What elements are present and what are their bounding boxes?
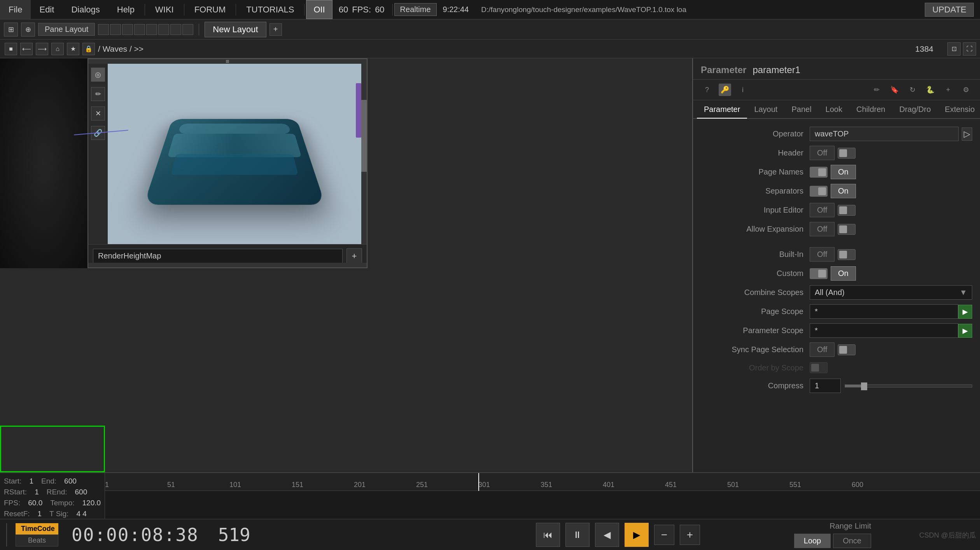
add-layout-button[interactable]: + bbox=[270, 23, 282, 36]
layout-3[interactable] bbox=[122, 24, 133, 35]
ruler-mark-451: 451 bbox=[665, 481, 677, 489]
lock-button[interactable]: 🔒 bbox=[82, 43, 95, 55]
compress-thumb[interactable] bbox=[861, 382, 867, 390]
input-editor-toggle[interactable] bbox=[838, 205, 856, 216]
param-help-icon[interactable]: ? bbox=[701, 84, 713, 96]
page-names-label: Page Names bbox=[701, 168, 810, 176]
viewer-vscroll[interactable] bbox=[361, 64, 367, 244]
operator-input[interactable] bbox=[810, 127, 959, 141]
viewer-tools: ◎ ✏ ✕ 🔗 bbox=[88, 64, 108, 244]
skip-back-button[interactable]: ⏮ bbox=[536, 523, 560, 547]
param-info-icon[interactable]: i bbox=[737, 84, 749, 96]
parameter-scope-arrow[interactable]: ▶ bbox=[958, 324, 972, 338]
viewer-scrollbar-v[interactable] bbox=[356, 83, 361, 138]
compress-track[interactable] bbox=[845, 384, 972, 388]
node-viewer: ◎ ✏ ✕ 🔗 + bbox=[88, 58, 368, 268]
menu-edit[interactable]: Edit bbox=[31, 0, 63, 19]
parameter-scope-input[interactable] bbox=[810, 323, 958, 338]
param-rotate-icon[interactable]: ↻ bbox=[906, 84, 919, 96]
header-toggle[interactable] bbox=[838, 148, 856, 159]
play-button[interactable]: ▶ bbox=[625, 523, 649, 547]
param-settings-icon[interactable]: ⚙ bbox=[960, 84, 972, 96]
layout-6[interactable] bbox=[158, 24, 169, 35]
pause-button[interactable]: ⏸ bbox=[565, 523, 590, 547]
tab-extensions[interactable]: Extensio bbox=[938, 101, 980, 119]
tab-look[interactable]: Look bbox=[819, 101, 849, 119]
back-button[interactable]: ⊕ bbox=[21, 23, 35, 37]
home-nav-button[interactable]: ⌂ bbox=[51, 43, 64, 55]
tab-panel[interactable]: Panel bbox=[784, 101, 818, 119]
tab-children[interactable]: Children bbox=[849, 101, 892, 119]
viewer-tool-close[interactable]: ✕ bbox=[91, 107, 105, 120]
built-in-toggle[interactable] bbox=[838, 249, 856, 260]
viewer-tool-target[interactable]: ◎ bbox=[91, 68, 105, 82]
param-bookmark-icon[interactable]: 🔖 bbox=[888, 84, 901, 96]
forward-button[interactable]: ⟶ bbox=[36, 43, 48, 55]
menu-tutorials[interactable]: TUTORIALS bbox=[238, 0, 303, 19]
separators-row: Separators On bbox=[693, 182, 980, 201]
page-names-on-btn[interactable]: On bbox=[831, 165, 856, 179]
page-scope-input[interactable] bbox=[810, 304, 958, 319]
tab-layout[interactable]: Layout bbox=[747, 101, 784, 119]
new-layout-button[interactable]: New Layout bbox=[205, 22, 266, 37]
layout-2[interactable] bbox=[110, 24, 121, 35]
timecode-value[interactable]: 00:00:08:38 bbox=[64, 524, 206, 545]
stop-button[interactable]: ■ bbox=[5, 43, 17, 55]
allow-expansion-toggle[interactable] bbox=[838, 224, 856, 235]
param-key-icon[interactable]: 🔑 bbox=[719, 84, 731, 96]
param-pencil-icon[interactable]: ✏ bbox=[870, 84, 883, 96]
transport-sep1 bbox=[6, 523, 7, 547]
layout-4[interactable] bbox=[134, 24, 145, 35]
page-names-toggle[interactable] bbox=[810, 167, 828, 178]
custom-toggle[interactable] bbox=[810, 268, 828, 279]
star-button[interactable]: ★ bbox=[67, 43, 79, 55]
home-button[interactable]: ⊞ bbox=[4, 23, 18, 37]
backward-button[interactable]: ⟵ bbox=[20, 43, 33, 55]
frame-value[interactable]: 519 bbox=[212, 524, 257, 545]
separators-on-btn[interactable]: On bbox=[831, 184, 856, 198]
tab-drag-drop[interactable]: Drag/Dro bbox=[892, 101, 938, 119]
header-off-btn[interactable]: Off bbox=[810, 146, 835, 160]
beats-badge[interactable]: Beats bbox=[16, 534, 58, 547]
custom-on-btn[interactable]: On bbox=[831, 266, 856, 281]
order-by-scope-toggle[interactable] bbox=[810, 362, 828, 373]
viewer-tool-pen[interactable]: ✏ bbox=[91, 87, 105, 101]
allow-expansion-off-btn[interactable]: Off bbox=[810, 222, 835, 236]
param-plus-icon[interactable]: + bbox=[942, 84, 954, 96]
loop-button[interactable]: Loop bbox=[794, 534, 831, 548]
page-scope-arrow[interactable]: ▶ bbox=[958, 305, 972, 319]
menu-wiki[interactable]: WIKI bbox=[147, 0, 182, 19]
separators-toggle[interactable] bbox=[810, 186, 828, 197]
layout-1[interactable] bbox=[98, 24, 109, 35]
menu-dialogs[interactable]: Dialogs bbox=[63, 0, 108, 19]
param-title: Parameter bbox=[701, 65, 746, 75]
node-name-input[interactable] bbox=[93, 249, 343, 263]
breadcrumb: / Waves / >> bbox=[98, 44, 144, 54]
menu-forum[interactable]: FORUM bbox=[186, 0, 234, 19]
maximize-button[interactable]: ⊡ bbox=[947, 42, 961, 56]
fullscreen-button[interactable]: ⛶ bbox=[963, 42, 976, 56]
once-button[interactable]: Once bbox=[833, 534, 871, 548]
range-limit: Range Limit Loop Once bbox=[794, 522, 871, 548]
built-in-off-btn[interactable]: Off bbox=[810, 247, 835, 262]
node-add-button[interactable]: + bbox=[346, 248, 362, 264]
menu-file[interactable]: File bbox=[0, 0, 31, 19]
timecode-badge[interactable]: TimeCode bbox=[16, 523, 58, 534]
plus-button[interactable]: + bbox=[680, 525, 700, 545]
compress-input[interactable] bbox=[810, 379, 841, 393]
input-editor-off-btn[interactable]: Off bbox=[810, 203, 835, 217]
layout-7[interactable] bbox=[170, 24, 181, 35]
minus-button[interactable]: − bbox=[654, 525, 674, 545]
prev-button[interactable]: ◀ bbox=[595, 523, 619, 547]
update-button[interactable]: UPDATE bbox=[925, 3, 974, 17]
menu-help[interactable]: Help bbox=[108, 0, 143, 19]
sync-page-toggle[interactable] bbox=[838, 344, 856, 355]
layout-8[interactable] bbox=[182, 24, 193, 35]
combine-scopes-dropdown[interactable]: All (And) ▼ bbox=[810, 285, 972, 300]
water-visualization bbox=[144, 119, 325, 205]
operator-arrow[interactable]: ▷ bbox=[962, 127, 972, 141]
layout-5[interactable] bbox=[146, 24, 157, 35]
sync-page-off-btn[interactable]: Off bbox=[810, 342, 835, 357]
param-python-icon[interactable]: 🐍 bbox=[924, 84, 936, 96]
tab-parameter[interactable]: Parameter bbox=[697, 101, 747, 119]
